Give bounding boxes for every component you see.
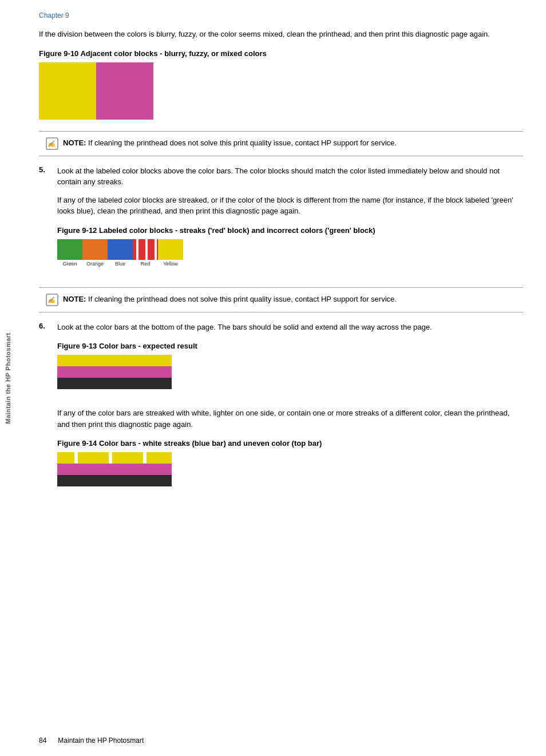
figure-9-13-container: Figure 9-13 Color bars - expected result (57, 342, 523, 389)
note-text-1: NOTE: If cleaning the printhead does not… (63, 137, 397, 149)
bar-streaked-yellow (57, 452, 172, 464)
figure-9-13-caption: Figure 9-13 Color bars - expected result (57, 342, 523, 350)
step-6: 6. Look at the color bars at the bottom … (39, 322, 523, 401)
figure-9-14-image (57, 452, 172, 486)
magenta-block (96, 62, 153, 120)
footer-label: Maintain the HP Photosmart (58, 737, 144, 745)
green-block (57, 239, 82, 260)
step-5-text-2: If any of the labeled color blocks are s… (57, 195, 523, 217)
chapter-label: Chapter 9 (39, 11, 523, 19)
footer-content: 84 Maintain the HP Photosmart (39, 737, 144, 745)
bar-magenta-2 (57, 464, 172, 475)
step-6-text: Look at the color bars at the bottom of … (57, 322, 523, 333)
label-blue: Blue (108, 261, 133, 267)
step-5: 5. Look at the labeled color blocks abov… (39, 165, 523, 278)
page-number: 84 (39, 737, 46, 745)
sidebar-label: Maintain the HP Photosmart (5, 333, 11, 423)
intro-paragraph: If the division between the colors is bl… (39, 29, 523, 40)
bar-dark (57, 378, 172, 389)
svg-text:✍: ✍ (47, 140, 57, 148)
figure-9-12-caption: Figure 9-12 Labeled color blocks - strea… (57, 226, 523, 235)
main-content: Chapter 9 If the division between the co… (16, 0, 546, 756)
label-red: Red (133, 261, 158, 267)
note-content-2: If cleaning the printhead does not solve… (88, 295, 397, 303)
figure-9-13-image (57, 355, 172, 389)
step-5-text-1: Look at the labeled color blocks above t… (57, 165, 523, 188)
note-icon-2: ✍ (46, 294, 58, 306)
figure-9-10-container: Figure 9-10 Adjacent color blocks - blur… (39, 49, 523, 120)
label-orange: Orange (82, 261, 108, 267)
bar-dark-2 (57, 475, 172, 486)
note-content-1: If cleaning the printhead does not solve… (88, 138, 397, 147)
note-prefix-2: NOTE: (63, 295, 86, 303)
bar-yellow (57, 355, 172, 366)
page-footer: 84 Maintain the HP Photosmart (39, 737, 144, 745)
orange-block (82, 239, 108, 260)
step-6-content: Look at the color bars at the bottom of … (57, 322, 523, 401)
step-6-number: 6. (39, 322, 50, 401)
label-green: Green (57, 261, 82, 267)
figure-9-14-caption: Figure 9-14 Color bars - white streaks (… (57, 439, 523, 448)
figure-9-12-blocks (57, 239, 523, 260)
middle-text: If any of the color bars are streaked wi… (57, 407, 523, 430)
note-box-2: ✍ NOTE: If cleaning the printhead does n… (39, 287, 523, 312)
sidebar: Maintain the HP Photosmart (0, 0, 16, 756)
page-container: Maintain the HP Photosmart Chapter 9 If … (0, 0, 546, 756)
step-5-content: Look at the labeled color blocks above t… (57, 165, 523, 278)
yellow-labeled-block (158, 239, 183, 260)
label-yellow: Yellow (158, 261, 183, 267)
note-prefix-1: NOTE: (63, 138, 86, 147)
yellow-block (39, 62, 96, 120)
note-box-1: ✍ NOTE: If cleaning the printhead does n… (39, 131, 523, 156)
figure-9-14-container: Figure 9-14 Color bars - white streaks (… (57, 439, 523, 486)
svg-text:✍: ✍ (47, 296, 57, 304)
figure-9-10-image (39, 62, 153, 120)
red-streaked-block (133, 239, 158, 260)
step-5-number: 5. (39, 165, 50, 278)
note-text-2: NOTE: If cleaning the printhead does not… (63, 294, 397, 305)
color-block-labels: Green Orange Blue Red Yellow (57, 261, 523, 267)
note-icon-1: ✍ (46, 137, 58, 150)
blue-block (108, 239, 133, 260)
figure-9-12-container: Figure 9-12 Labeled color blocks - strea… (57, 226, 523, 267)
figure-9-10-caption: Figure 9-10 Adjacent color blocks - blur… (39, 49, 523, 58)
bar-magenta (57, 366, 172, 378)
